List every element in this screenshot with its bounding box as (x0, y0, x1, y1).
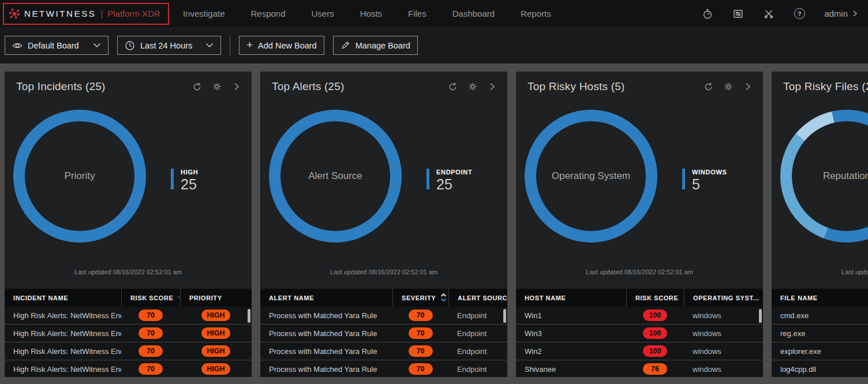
refresh-icon[interactable] (192, 82, 202, 92)
manage-board-label: Manage Board (356, 41, 410, 50)
table-row[interactable]: explorer.exe (772, 342, 868, 360)
help-icon[interactable]: ? (794, 8, 805, 20)
column-header-severity[interactable]: SEVERITY (392, 289, 448, 307)
table-row[interactable]: Process with Matched Yara Rule 70 Endpoi… (260, 342, 507, 360)
column-header-operating-system: OPERATING SYST... (684, 289, 763, 307)
table-row[interactable]: High Risk Alerts: NetWitness Endp... 70 … (5, 342, 252, 360)
risk-score-badge: 100 (643, 310, 667, 321)
severity-badge: 70 (409, 327, 433, 339)
netwitness-logo[interactable]: NETWITNESS | Platform XDR (3, 3, 169, 25)
add-new-board-button[interactable]: + Add New Board (239, 36, 324, 55)
chart-legend: HIGH 25 (171, 169, 198, 192)
table-row[interactable]: reg.exe (772, 325, 868, 342)
hosts-table: HOST NAME RISK SCORE OPERATING SYST... W… (516, 289, 763, 377)
chevron-down-icon (93, 43, 101, 48)
table-row[interactable]: cmd.exe (772, 307, 868, 325)
nav-item-users[interactable]: Users (312, 9, 334, 18)
card-header: Top Risky Hosts (5) (516, 72, 763, 93)
nav-item-respond[interactable]: Respond (250, 9, 285, 18)
refresh-icon[interactable] (704, 82, 713, 92)
nav-utilities: ? admin (702, 8, 868, 20)
severity-badge: 70 (409, 310, 433, 321)
nav-item-reports[interactable]: Reports (521, 9, 551, 18)
table-scrollbar[interactable] (503, 309, 506, 323)
expand-chevron-icon[interactable] (231, 82, 241, 92)
brand-divider: | (100, 9, 103, 18)
table-row[interactable]: Process with Matched Yara Rule 70 Endpoi… (260, 360, 507, 377)
table-row[interactable]: Process with Matched Yara Rule 70 Endpoi… (260, 307, 507, 325)
netwitness-hub-icon (9, 8, 20, 20)
board-select-value: Default Board (28, 41, 79, 50)
nav-item-dashboard[interactable]: Dashboard (452, 9, 495, 18)
card-header: Top Incidents (25) (5, 72, 252, 93)
table-row[interactable]: log4cpp.dll (772, 360, 868, 377)
card-header: Top Risky Files (25) (772, 72, 868, 93)
table-scrollbar[interactable] (759, 309, 762, 323)
manage-board-button[interactable]: Manage Board (333, 36, 418, 55)
card-top-risky-hosts: Top Risky Hosts (5) Operating System WIN… (516, 72, 763, 377)
card-actions (448, 82, 497, 92)
donut-center-label: Reputation (823, 170, 868, 182)
table-row[interactable]: Shivanee 76 windows (516, 360, 763, 377)
legend-value: 25 (436, 177, 472, 192)
chevron-right-icon (852, 10, 858, 17)
card-title: Top Risky Files (25) (783, 80, 868, 93)
table-row[interactable]: Process with Matched Yara Rule 70 Endpoi… (260, 325, 507, 342)
plus-icon: + (246, 39, 253, 50)
legend-label: WINDOWS (692, 169, 727, 176)
settings-gear-icon[interactable] (723, 82, 733, 92)
board-select[interactable]: Default Board (5, 36, 108, 55)
donut-chart[interactable]: Operating System (525, 110, 657, 243)
card-actions (704, 82, 753, 92)
pencil-icon (341, 40, 350, 50)
chart-legend: WINDOWS 5 (682, 169, 727, 192)
nav-item-hosts[interactable]: Hosts (360, 9, 382, 18)
add-new-board-label: Add New Board (258, 41, 317, 50)
live-console-icon[interactable] (732, 8, 744, 20)
admin-tools-icon[interactable] (763, 8, 775, 20)
time-range-select[interactable]: Last 24 Hours (117, 36, 221, 55)
card-top-risky-files: Top Risky Files (25) Reputation Last upd… (772, 72, 868, 377)
expand-chevron-icon[interactable] (743, 82, 753, 92)
table-scrollbar[interactable] (248, 309, 250, 323)
donut-center-label: Operating System (552, 170, 630, 182)
table-row[interactable]: High Risk Alerts: NetWitness Endp... 70 … (5, 360, 252, 377)
column-header-incident-name: INCIDENT NAME (5, 289, 121, 307)
nav-item-investigate[interactable]: Investigate (183, 9, 225, 18)
table-header: FILE NAME (772, 289, 868, 307)
admin-label: admin (824, 9, 848, 18)
legend-value: 25 (181, 177, 198, 192)
dashboard-toolbar: Default Board Last 24 Hours + Add New Bo… (0, 27, 868, 64)
priority-badge: HIGH (201, 363, 230, 375)
stopwatch-icon[interactable] (702, 8, 713, 20)
settings-gear-icon[interactable] (212, 82, 222, 92)
settings-gear-icon[interactable] (467, 82, 477, 92)
table-row[interactable]: High Risk Alerts: NetWitness Endp... 70 … (5, 307, 252, 325)
legend-color-bar (171, 169, 174, 189)
table-row[interactable]: Win3 100 windows (516, 325, 763, 342)
table-row[interactable]: High Risk Alerts: NetWitness Endp... 70 … (5, 325, 252, 342)
last-updated-text: Last updated 08/16/2022 02:52:01 am (260, 269, 507, 275)
table-row[interactable]: Win2 100 windows (516, 342, 763, 360)
donut-center-label: Alert Source (308, 170, 362, 182)
card-title: Top Alerts (25) (272, 80, 345, 93)
nav-item-files[interactable]: Files (408, 9, 426, 18)
files-table: FILE NAME cmd.exe reg.exe explorer.exe l… (772, 289, 868, 377)
donut-chart[interactable]: Alert Source (269, 110, 402, 243)
admin-menu[interactable]: admin (824, 9, 858, 18)
priority-badge: HIGH (201, 310, 230, 321)
column-header-alert-name: ALERT NAME (260, 289, 392, 307)
toolbar-divider (230, 35, 230, 56)
donut-chart[interactable]: Priority (13, 110, 146, 243)
column-header-file-name: FILE NAME (772, 289, 868, 307)
column-header-risk-score[interactable]: RISK SCORE (626, 289, 684, 307)
donut-chart[interactable]: Reputation (780, 110, 868, 243)
column-header-risk-score[interactable]: RISK SCORE (121, 289, 180, 307)
table-row[interactable]: Win1 100 windows (516, 307, 763, 325)
last-updated-text: Last updated 08/16/2022 02:52:01 am (516, 269, 763, 275)
priority-badge: HIGH (201, 327, 230, 339)
expand-chevron-icon[interactable] (487, 82, 497, 92)
refresh-icon[interactable] (448, 82, 458, 92)
column-header-priority: PRIORITY (180, 289, 252, 307)
legend-color-bar (682, 169, 685, 189)
